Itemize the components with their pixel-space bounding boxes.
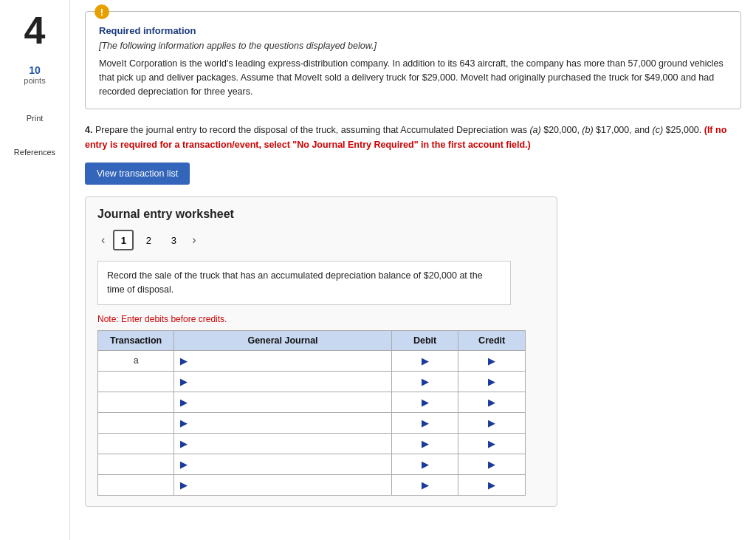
points-value: 10: [24, 64, 45, 76]
col-header-credit: Credit: [458, 330, 526, 350]
general-journal-cell[interactable]: ▶: [174, 392, 391, 412]
credit-arrow: ▶: [488, 459, 495, 470]
sidebar: 4 10 points Print: [0, 0, 70, 540]
table-row: ▶ ▶ ▶: [98, 454, 526, 474]
credit-arrow: ▶: [488, 417, 495, 428]
journal-arrow: ▶: [180, 397, 188, 408]
info-box-subtitle: [The following information applies to th…: [99, 41, 727, 51]
page-1-button[interactable]: 1: [113, 230, 134, 250]
journal-table: Transaction General Journal Debit Credit…: [97, 330, 526, 496]
print-label: Print: [27, 114, 44, 123]
main-content: ! Required information [The following in…: [70, 0, 756, 540]
journal-arrow: ▶: [180, 376, 188, 387]
info-box: ! Required information [The following in…: [85, 11, 741, 109]
general-journal-cell[interactable]: ▶: [174, 433, 391, 454]
debit-arrow: ▶: [422, 438, 429, 449]
col-header-debit: Debit: [391, 330, 458, 350]
debit-arrow: ▶: [422, 417, 429, 428]
question-number-label: 4.: [85, 125, 92, 135]
question-number: 4: [24, 11, 46, 49]
credit-cell[interactable]: ▶: [458, 392, 526, 412]
general-journal-cell[interactable]: ▶: [174, 412, 391, 433]
debit-cell[interactable]: ▶: [391, 350, 458, 371]
debit-cell[interactable]: ▶: [391, 474, 458, 495]
question-section: 4. Prepare the journal entry to record t…: [85, 123, 741, 152]
credit-cell[interactable]: ▶: [458, 474, 526, 495]
view-transaction-button[interactable]: View transaction list: [85, 163, 190, 185]
general-journal-cell[interactable]: ▶: [174, 474, 391, 495]
no-entry-notice: (If no entry is required for a transacti…: [85, 125, 726, 150]
credit-arrow: ▶: [488, 438, 495, 449]
debit-cell[interactable]: ▶: [391, 454, 458, 474]
journal-arrow: ▶: [180, 438, 188, 449]
journal-arrow: ▶: [180, 417, 188, 428]
transaction-cell: [98, 392, 174, 412]
worksheet-title: Journal entry worksheet: [97, 208, 545, 221]
question-body-text: Prepare the journal entry to record the …: [85, 125, 726, 150]
transaction-cell: [98, 371, 174, 392]
credit-cell[interactable]: ▶: [458, 412, 526, 433]
print-action[interactable]: Print: [27, 100, 44, 123]
transaction-cell: [98, 454, 174, 474]
points-box: 10 points: [24, 64, 45, 85]
debit-arrow: ▶: [422, 376, 429, 387]
debit-cell[interactable]: ▶: [391, 412, 458, 433]
note-text: Note: Enter debits before credits.: [97, 314, 545, 324]
credit-cell[interactable]: ▶: [458, 454, 526, 474]
debit-cell[interactable]: ▶: [391, 392, 458, 412]
general-journal-cell[interactable]: ▶: [174, 454, 391, 474]
credit-arrow: ▶: [488, 355, 495, 366]
transaction-cell: a: [98, 350, 174, 371]
transaction-cell: [98, 412, 174, 433]
credit-cell[interactable]: ▶: [458, 371, 526, 392]
table-row: ▶ ▶ ▶: [98, 433, 526, 454]
debit-arrow: ▶: [422, 397, 429, 408]
table-row: ▶ ▶ ▶: [98, 371, 526, 392]
debit-arrow: ▶: [422, 459, 429, 470]
general-journal-cell[interactable]: ▶: [174, 371, 391, 392]
table-row: ▶ ▶ ▶: [98, 412, 526, 433]
italic-a: (a): [529, 125, 540, 135]
italic-c: (c): [653, 125, 664, 135]
prev-page-button[interactable]: ‹: [97, 232, 109, 248]
col-header-transaction: Transaction: [98, 330, 174, 350]
italic-b: (b): [582, 125, 593, 135]
journal-arrow: ▶: [180, 459, 188, 470]
credit-cell[interactable]: ▶: [458, 433, 526, 454]
journal-entry-worksheet: Journal entry worksheet ‹ 1 2 3 › Record…: [85, 196, 557, 507]
credit-arrow: ▶: [488, 376, 495, 387]
question-text: 4. Prepare the journal entry to record t…: [85, 123, 741, 152]
transaction-cell: [98, 474, 174, 495]
table-row: a ▶ ▶ ▶: [98, 350, 526, 371]
points-label: points: [24, 76, 45, 85]
credit-arrow: ▶: [488, 397, 495, 408]
journal-arrow: ▶: [180, 355, 188, 366]
debit-cell[interactable]: ▶: [391, 371, 458, 392]
credit-cell[interactable]: ▶: [458, 350, 526, 371]
pagination: ‹ 1 2 3 ›: [97, 230, 545, 250]
info-box-body: MoveIt Corporation is the world's leadin…: [99, 57, 727, 98]
page-2-button[interactable]: 2: [138, 230, 159, 250]
description-box: Record the sale of the truck that has an…: [97, 261, 511, 305]
next-page-button[interactable]: ›: [188, 232, 199, 248]
general-journal-cell[interactable]: ▶: [174, 350, 391, 371]
page-3-button[interactable]: 3: [163, 230, 184, 250]
credit-arrow: ▶: [488, 479, 495, 491]
transaction-cell: [98, 433, 174, 454]
alert-icon: !: [94, 4, 109, 19]
references-label: References: [14, 148, 55, 157]
debit-arrow: ▶: [422, 479, 429, 491]
references-action[interactable]: References: [14, 134, 55, 157]
debit-arrow: ▶: [422, 355, 429, 366]
debit-cell[interactable]: ▶: [391, 433, 458, 454]
info-box-title: Required information: [99, 25, 727, 36]
journal-arrow: ▶: [180, 479, 188, 491]
col-header-journal: General Journal: [174, 330, 391, 350]
table-row: ▶ ▶ ▶: [98, 392, 526, 412]
table-row: ▶ ▶ ▶: [98, 474, 526, 495]
